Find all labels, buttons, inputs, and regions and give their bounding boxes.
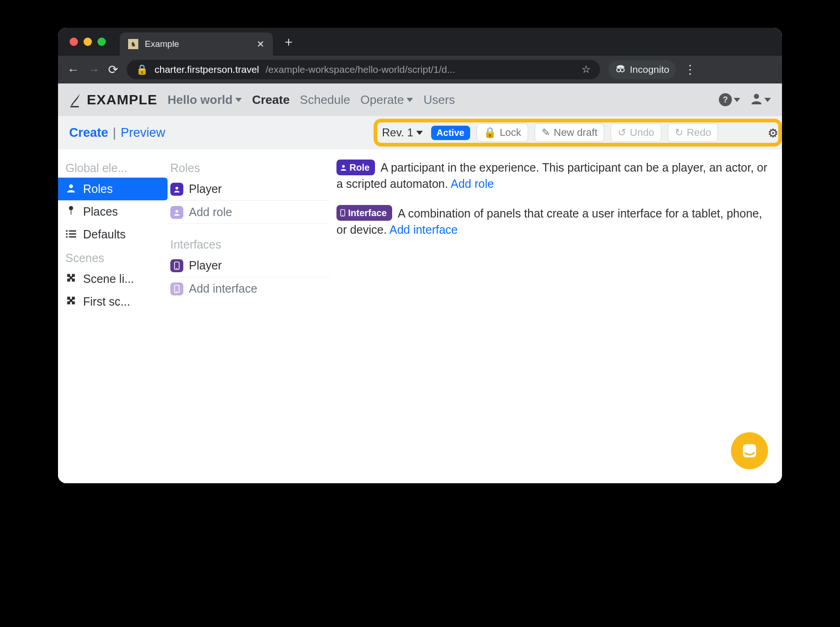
puzzle-icon (65, 295, 77, 308)
sidebar-item-scene-list[interactable]: Scene li... (58, 268, 168, 290)
chip-label: Interface (348, 206, 387, 219)
section-global-elements: Global ele... (58, 156, 168, 178)
chevron-down-icon (235, 98, 242, 102)
undo-button[interactable]: ↺ Undo (611, 123, 661, 142)
svg-rect-2 (71, 106, 79, 108)
window-close-button[interactable] (70, 38, 78, 46)
svg-point-3 (754, 94, 759, 99)
puzzle-icon (65, 273, 77, 286)
redo-label: Redo (687, 127, 711, 139)
nav-schedule[interactable]: Schedule (300, 93, 350, 107)
sidebar-item-label: First sc... (83, 295, 130, 308)
new-draft-button[interactable]: ✎ New draft (535, 123, 604, 142)
interface-chip: Interface (336, 205, 392, 221)
svg-point-0 (617, 68, 620, 72)
role-item-player[interactable]: Player (168, 178, 330, 201)
nav-operate-dropdown[interactable]: Operate (361, 93, 414, 107)
breadcrumb-separator: | (113, 126, 116, 140)
nav-operate-label: Operate (361, 93, 404, 107)
chevron-down-icon (416, 131, 423, 135)
sidebar-item-roles[interactable]: Roles (58, 178, 168, 200)
url-path: /example-workspace/hello-world/script/1/… (265, 64, 455, 75)
svg-rect-12 (69, 236, 76, 237)
svg-point-4 (69, 184, 73, 188)
role-description-text: A participant in the experience. This pa… (336, 161, 767, 190)
list-item-label: Player (189, 259, 222, 272)
tab-close-icon[interactable]: ✕ (257, 38, 265, 50)
mobile-icon (340, 209, 345, 217)
svg-rect-7 (66, 230, 68, 231)
incognito-icon (615, 63, 626, 77)
add-interface-item[interactable]: Add interface (168, 277, 330, 300)
sidebar-item-places[interactable]: Places (58, 200, 168, 223)
role-chip: Role (336, 160, 375, 175)
window-minimize-button[interactable] (84, 38, 92, 46)
lock-icon: 🔒 (136, 64, 148, 75)
add-interface-link[interactable]: Add interface (389, 223, 458, 236)
add-role-item[interactable]: Add role (168, 201, 330, 224)
svg-point-14 (175, 210, 178, 212)
svg-rect-18 (176, 291, 178, 292)
redo-button[interactable]: ↻ Redo (668, 123, 718, 142)
url-host: charter.firstperson.travel (155, 64, 259, 75)
interface-item-player[interactable]: Player (168, 254, 330, 277)
chat-launcher[interactable] (731, 432, 768, 469)
svg-point-13 (175, 186, 178, 189)
chat-icon (741, 442, 758, 460)
section-scenes: Scenes (58, 246, 168, 268)
chevron-down-icon (407, 98, 413, 102)
sidebar-item-defaults[interactable]: Defaults (58, 223, 168, 246)
breadcrumb-preview[interactable]: Preview (121, 126, 165, 140)
pin-icon (65, 205, 77, 218)
browser-menu-icon[interactable]: ⋮ (684, 63, 696, 77)
url-bar[interactable]: 🔒 charter.firstperson.travel /example-wo… (127, 60, 600, 79)
list-item-label: Player (189, 182, 222, 196)
svg-rect-11 (66, 236, 68, 237)
bookmark-star-icon[interactable]: ☆ (582, 64, 591, 76)
traffic-lights (70, 38, 106, 46)
list-icon (65, 229, 77, 241)
secondary-sidebar: Roles Player Add role Interfaces Player (168, 149, 330, 483)
sidebar-item-label: Roles (83, 182, 113, 196)
new-tab-button[interactable]: ＋ (282, 33, 295, 51)
sidebar-item-first-scene[interactable]: First sc... (58, 290, 168, 313)
svg-rect-21 (342, 215, 343, 215)
nav-users[interactable]: Users (423, 93, 455, 107)
primary-sidebar: Global ele... Roles Places (58, 149, 168, 483)
interface-description-block: Interface A combination of panels that c… (336, 205, 768, 238)
svg-point-1 (620, 68, 624, 72)
sidebar-item-label: Defaults (83, 228, 126, 241)
user-menu-dropdown[interactable] (750, 92, 771, 107)
brand[interactable]: EXAMPLE (69, 92, 157, 108)
lock-icon: 🔒 (484, 127, 496, 139)
pencil-icon: ✎ (542, 127, 550, 139)
undo-icon: ↺ (618, 127, 626, 139)
favicon-icon: ♞ (128, 39, 138, 49)
back-icon[interactable]: ← (67, 63, 79, 77)
incognito-label: Incognito (630, 64, 669, 75)
gear-icon[interactable]: ⚙ (768, 126, 778, 141)
revision-label: Rev. 1 (382, 126, 414, 139)
list-item-label: Add role (189, 205, 232, 219)
lock-label: Lock (500, 127, 521, 139)
nav-create[interactable]: Create (252, 93, 290, 107)
revision-dropdown[interactable]: Rev. 1 (382, 126, 423, 139)
app-body: Global ele... Roles Places (58, 149, 782, 483)
svg-rect-9 (66, 233, 68, 235)
browser-tab[interactable]: ♞ Example ✕ (120, 32, 273, 56)
window-maximize-button[interactable] (97, 38, 106, 46)
help-dropdown[interactable]: ? (719, 93, 740, 106)
lock-button[interactable]: 🔒 Lock (477, 123, 528, 142)
add-role-link[interactable]: Add role (451, 177, 494, 190)
breadcrumb-create[interactable]: Create (69, 126, 108, 140)
forward-icon[interactable]: → (88, 63, 100, 77)
incognito-indicator[interactable]: Incognito (608, 60, 676, 79)
svg-point-19 (342, 165, 345, 168)
svg-rect-6 (71, 209, 71, 215)
reload-icon[interactable]: ⟳ (108, 63, 118, 77)
project-dropdown[interactable]: Hello world (168, 93, 242, 107)
sidebar-item-label: Scene li... (83, 272, 134, 286)
mobile-icon (170, 259, 183, 272)
user-icon (340, 164, 347, 171)
user-icon (170, 183, 183, 196)
